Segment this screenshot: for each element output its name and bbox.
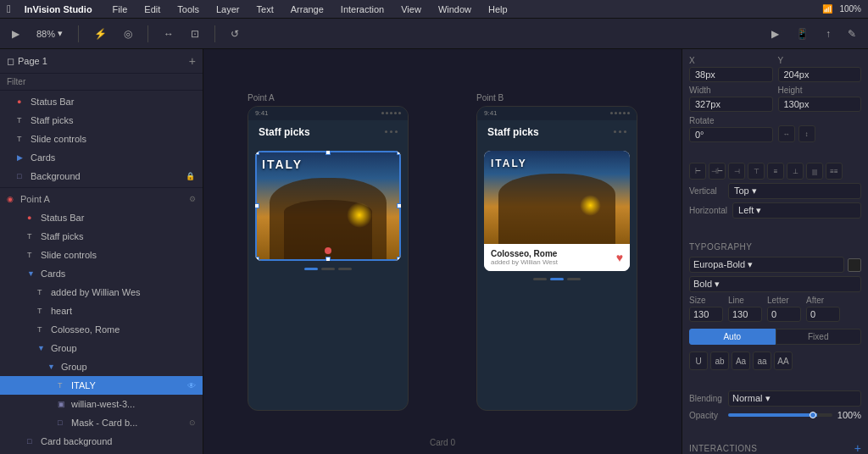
align-bottom-btn[interactable]: ⊥ xyxy=(787,163,804,180)
x-value[interactable]: 38px xyxy=(689,67,773,82)
toolbar-right: ▶ 📱 ↑ ✎ xyxy=(766,25,861,42)
layer-card-bg-1[interactable]: □ Card background xyxy=(0,432,203,451)
align-top-btn[interactable]: ⊤ xyxy=(748,163,765,180)
lowercase-btn[interactable]: Aa xyxy=(732,352,750,370)
rotate-field: Rotate 0° xyxy=(689,116,773,142)
add-page-btn[interactable]: + xyxy=(189,54,196,68)
opacity-slider[interactable] xyxy=(728,413,832,417)
zoom-control[interactable]: 88% ▾ xyxy=(31,25,68,42)
opacity-handle[interactable] xyxy=(810,412,816,418)
handle-br xyxy=(397,257,401,261)
select-tool-btn[interactable]: ▶ xyxy=(7,25,25,42)
artboard-b-frame[interactable]: 9:41 Staff picks xyxy=(476,106,637,411)
canvas-area[interactable]: Point A 9:41 Staff picks xyxy=(203,49,682,454)
artboard-a-frame[interactable]: 9:41 Staff picks xyxy=(248,106,409,411)
frame-tool-btn[interactable]: ⊡ xyxy=(186,25,204,42)
menu-help[interactable]: Help xyxy=(485,4,511,14)
layer-heart[interactable]: T heart xyxy=(0,302,203,320)
vertical-value[interactable]: Top ▾ xyxy=(728,183,861,199)
phone-b-nav-bar: Staff picks xyxy=(477,120,637,144)
layer-mask-card[interactable]: □ Mask - Card b... ⊙ xyxy=(0,413,203,432)
layer-slide-controls-1[interactable]: T Slide controls xyxy=(0,130,203,148)
page-indicators-b xyxy=(477,278,637,280)
distribute-v-btn[interactable]: ≡≡ xyxy=(826,163,843,180)
menu-file[interactable]: File xyxy=(109,4,131,14)
layer-slide-controls-2[interactable]: T Slide controls xyxy=(0,246,203,264)
menu-edit[interactable]: Edit xyxy=(141,4,164,14)
flip-h-btn[interactable]: ↔ xyxy=(778,125,795,142)
folder-icon: ▼ xyxy=(27,269,37,278)
lightning-tool-btn[interactable]: ⚡ xyxy=(89,25,112,42)
cursor-btn[interactable]: ✎ xyxy=(843,25,861,42)
status-icon: ● xyxy=(27,213,37,222)
after-input[interactable]: 0 xyxy=(806,307,840,322)
play-btn[interactable]: ▶ xyxy=(766,25,784,42)
folder-icon: ▶ xyxy=(17,153,27,162)
layer-group-1[interactable]: ▼ Group xyxy=(0,339,203,357)
height-value[interactable]: 130px xyxy=(778,97,862,112)
layer-willian-west[interactable]: ▣ willian-west-3... xyxy=(0,395,203,413)
align-right-btn[interactable]: ⊣ xyxy=(728,163,745,180)
card-a[interactable]: ITALY xyxy=(255,151,401,261)
font-weight-select[interactable]: Bold ▾ xyxy=(689,276,861,292)
handle-tr xyxy=(397,151,401,155)
horizontal-value[interactable]: Left ▾ xyxy=(732,202,861,219)
auto-toggle-btn[interactable]: Auto xyxy=(689,329,776,345)
size-input[interactable]: 130 xyxy=(689,307,723,322)
share-btn[interactable]: ↑ xyxy=(821,25,836,42)
uppercase-btn[interactable]: AA xyxy=(774,352,793,370)
menu-text[interactable]: Text xyxy=(253,4,277,14)
layer-staff-picks-1[interactable]: T Staff picks xyxy=(0,111,203,130)
layer-group-2[interactable]: ▼ Group xyxy=(0,357,203,376)
align-center-v-btn[interactable]: ≡ xyxy=(767,163,784,180)
width-value[interactable]: 327px xyxy=(689,97,773,112)
fixed-toggle-btn[interactable]: Fixed xyxy=(776,329,862,345)
menu-window[interactable]: Window xyxy=(435,4,475,14)
layer-point-a[interactable]: ◉ Point A ⚙ xyxy=(0,190,203,208)
color-swatch[interactable] xyxy=(848,258,861,272)
add-interaction-btn[interactable]: + xyxy=(854,441,861,455)
shape-icon: □ xyxy=(17,172,27,180)
layer-status-bar-2[interactable]: ● Status Bar xyxy=(0,208,203,227)
letter-input[interactable]: 0 xyxy=(767,307,801,322)
wh-row: Width 327px Height 130px xyxy=(689,86,861,112)
layer-colosseo[interactable]: T Colosseo, Rome xyxy=(0,320,203,339)
rotate-value[interactable]: 0° xyxy=(689,127,773,142)
layer-italy[interactable]: T ITALY 👁 xyxy=(0,376,203,395)
image-icon: ▣ xyxy=(58,400,68,408)
layer-status-bar-1[interactable]: ● Status Bar xyxy=(0,92,203,111)
menu-layer[interactable]: Layer xyxy=(213,4,243,14)
menu-interaction[interactable]: Interaction xyxy=(337,4,387,14)
artboard-a-title: Staff picks xyxy=(259,126,310,138)
handle-ml xyxy=(255,203,259,208)
smallcaps-btn[interactable]: aa xyxy=(753,352,771,370)
move-tool-btn[interactable]: ↔ xyxy=(159,25,179,42)
menu-arrange[interactable]: Arrange xyxy=(287,4,327,14)
menu-tools[interactable]: Tools xyxy=(174,4,203,14)
target-tool-btn[interactable]: ◎ xyxy=(119,25,137,42)
strikethrough-btn[interactable]: ab xyxy=(710,352,729,370)
layer-cards-2[interactable]: ▼ Cards xyxy=(0,264,203,283)
align-center-h-btn[interactable]: ⊣⊢ xyxy=(709,163,726,180)
card-b[interactable]: ITALY Colosseo, Rome added by Willian We… xyxy=(484,151,630,271)
blending-group: Blending Normal ▾ Opacity 100% xyxy=(689,390,861,420)
width-label: Width xyxy=(689,86,773,95)
menu-view[interactable]: View xyxy=(398,4,425,14)
distribute-h-btn[interactable]: ||| xyxy=(806,163,823,180)
layer-added-by[interactable]: T added by Willian Wes xyxy=(0,283,203,302)
y-value[interactable]: 204px xyxy=(778,67,862,82)
underline-btn[interactable]: U xyxy=(689,352,708,370)
layer-cards-1[interactable]: ▶ Cards xyxy=(0,148,203,167)
align-left-btn[interactable]: ⊢ xyxy=(689,163,706,180)
flip-v-btn[interactable]: ↕ xyxy=(798,125,815,142)
phone-a-status-bar: 9:41 xyxy=(248,107,408,120)
layer-card-bg-2[interactable]: □ Card background xyxy=(0,451,203,454)
font-name-select[interactable]: Europa-Bold ▾ xyxy=(689,257,844,273)
layer-staff-picks-2[interactable]: T Staff picks xyxy=(0,227,203,246)
refresh-btn[interactable]: ↺ xyxy=(225,25,244,42)
blending-select[interactable]: Normal ▾ xyxy=(728,390,861,407)
layer-background-1[interactable]: □ Background 🔒 xyxy=(0,167,203,185)
section-separator xyxy=(0,187,203,188)
line-input[interactable]: 130 xyxy=(728,307,762,322)
device-btn[interactable]: 📱 xyxy=(791,25,814,42)
